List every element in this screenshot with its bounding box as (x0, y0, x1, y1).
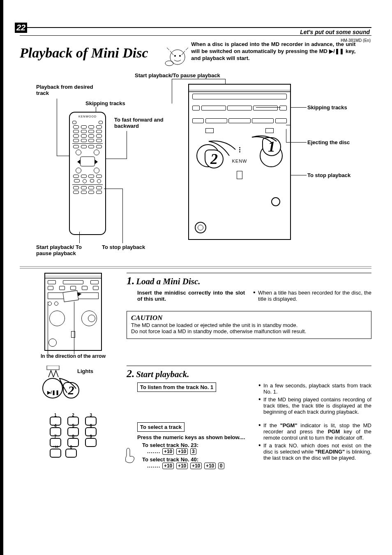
key-3: 3 (190, 448, 196, 455)
label-skipping-right: Skipping tracks (307, 104, 347, 111)
caution-title: CAUTION (131, 314, 367, 322)
listen-track-1-box: To listen from the track No. 1 (137, 382, 216, 392)
label-start-pause-bottom: Start playback/ To pause playback (36, 244, 98, 256)
step2-note-b1: If the "PGM" indicator is lit, stop the … (258, 422, 371, 441)
key-0: 0 (218, 463, 224, 469)
section-header-label: Let's put out some sound (20, 29, 370, 35)
svg-point-1 (174, 55, 176, 57)
press-numeric-label: Press the numeric keys as shown below...… (137, 434, 250, 440)
key-plus10: +10 (162, 448, 174, 455)
mascot-illustration (161, 43, 190, 67)
label-start-pause-top: Start playback/To pause playback (135, 72, 220, 78)
step2-note-b2: If a track NO. which does not exist on t… (258, 442, 371, 461)
step2-note-a1: In a few seconds, playback starts from t… (258, 382, 371, 395)
step-1-number: 1. (127, 275, 135, 287)
arrow-direction-label: In the direction of the arrow (20, 353, 127, 359)
remote-brand-label: KENWOOD (70, 115, 105, 118)
label-stop-bottom: To stop playback (102, 244, 145, 250)
label-ejecting: Ejecting the disc (307, 139, 350, 145)
overview-diagram: Start playback/To pause playback Playbac… (20, 76, 371, 265)
load-disc-illustration (44, 273, 102, 351)
select-23-label: To select track No. 23: (142, 442, 250, 448)
svg-point-3 (165, 61, 173, 66)
svg-point-2 (179, 55, 181, 57)
divider-thin (20, 35, 371, 36)
label-stop-right: To stop playback (307, 172, 350, 178)
page-title: Playback of Mini Disc (20, 45, 159, 61)
step-2-number: 2. (127, 368, 135, 380)
lights-label: Lights (77, 368, 93, 374)
select-track-box: To select a track (137, 422, 184, 432)
divider (20, 27, 371, 28)
key-plus10: +10 (162, 463, 174, 469)
remote-control-illustration: KENWOOD (69, 112, 106, 235)
caution-line-1: The MD cannot be loaded or ejected while… (131, 322, 367, 328)
step-2-title: Start playback. (136, 369, 189, 379)
section-divider (20, 266, 371, 269)
key-plus10: +10 (190, 463, 202, 469)
label-playback-from: Playback from desired track (36, 84, 98, 96)
caution-box: CAUTION The MD cannot be loaded or eject… (127, 311, 371, 339)
key-plus10: +10 (204, 463, 216, 469)
label-fast-forward: To fast forward and backward (114, 117, 172, 129)
intro-paragraph: When a disc is placed into the MD record… (191, 41, 355, 62)
svg-rect-4 (47, 366, 59, 370)
svg-point-0 (170, 50, 185, 64)
step-1-title: Load a Mini Disc. (136, 276, 200, 286)
caution-line-2: Do not force load a MD in standby mode, … (131, 328, 367, 334)
select-40-label: To select track No. 40: (142, 456, 250, 463)
numeric-keypad-illustration: 1 2 3 4 5 6 7 8 9 +10 0 (46, 417, 100, 458)
step2-note-a2: If the MD being played contains recordin… (258, 396, 371, 415)
step-1-lead: Insert the minidisc correctly into the s… (137, 290, 245, 302)
label-skipping-left: Skipping tracks (85, 100, 125, 106)
page-number: 22 (15, 23, 27, 33)
step-1-note: When a title has been recorded for the d… (253, 290, 371, 302)
key-plus10: +10 (176, 463, 188, 469)
key-plus10: +10 (176, 448, 188, 455)
